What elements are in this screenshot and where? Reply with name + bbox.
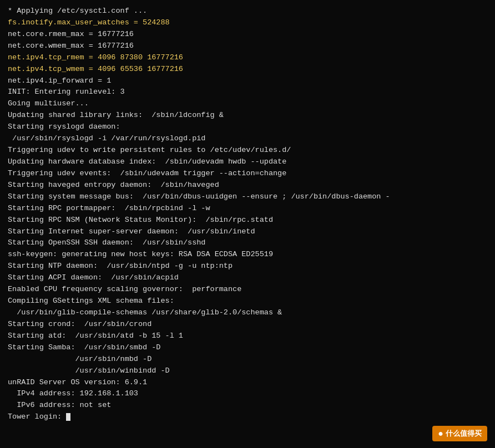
terminal-line: Starting crond: /usr/sbin/crond: [8, 319, 487, 330]
terminal-line: Enabled CPU frequency scaling governor: …: [8, 284, 487, 296]
terminal-line: Going multiuser...: [8, 98, 487, 110]
terminal-line: Starting atd: /usr/sbin/atd -b 15 -l 1: [8, 330, 487, 342]
terminal-line: Triggering udev to write persistent rule…: [8, 145, 487, 156]
terminal-line: Updating shared library links: /sbin/ldc…: [8, 110, 487, 121]
terminal-line: fs.inotify.max_user_watches = 524288: [8, 17, 487, 29]
terminal-line: Starting rsyslogd daemon:: [8, 121, 487, 133]
terminal-line: INIT: Entering runlevel: 3: [8, 86, 487, 98]
terminal-line: Starting ACPI daemon: /usr/sbin/acpid: [8, 272, 487, 284]
terminal-line: net.core.wmem_max = 16777216: [8, 40, 487, 52]
terminal-line: Starting system message bus: /usr/bin/db…: [8, 191, 487, 203]
terminal-line: net.ipv4.tcp_wmem = 4096 65536 16777216: [8, 64, 487, 75]
terminal-line: Starting RPC portmapper: /sbin/rpcbind -…: [8, 203, 487, 215]
terminal-line: Starting RPC NSM (Network Status Monitor…: [8, 215, 487, 226]
terminal-output: * Applying /etc/sysctl.conf ...fs.inotif…: [0, 0, 495, 448]
watermark: ● 什么值得买: [432, 426, 487, 441]
terminal-line: Starting OpenSSH SSH daemon: /usr/sbin/s…: [8, 237, 487, 249]
terminal-line: unRAID Server OS version: 6.9.1: [8, 377, 487, 389]
watermark-icon: ●: [438, 429, 443, 439]
terminal-line: net.core.rmem_max = 16777216: [8, 29, 487, 40]
terminal-line: Starting haveged entropy daemon: /sbin/h…: [8, 180, 487, 191]
terminal-line: Starting Samba: /usr/sbin/smbd -D: [8, 342, 487, 354]
terminal-line: /usr/bin/glib-compile-schemas /usr/share…: [8, 307, 487, 319]
terminal-screen: * Applying /etc/sysctl.conf ...fs.inotif…: [0, 0, 495, 448]
terminal-line: IPv4 address: 192.168.1.103: [8, 388, 487, 400]
terminal-line: net.ipv4.ip_forward = 1: [8, 75, 487, 87]
terminal-line: Starting NTP daemon: /usr/sbin/ntpd -g -…: [8, 261, 487, 272]
terminal-line: IPv6 address: not set: [8, 400, 487, 411]
terminal-line: /usr/sbin/nmbd -D: [8, 354, 487, 365]
terminal-cursor: [66, 413, 70, 421]
terminal-line: * Applying /etc/sysctl.conf ...: [8, 6, 487, 17]
terminal-line: Starting Internet super-server daemon: /…: [8, 226, 487, 238]
terminal-line: net.ipv4.tcp_rmem = 4096 87380 16777216: [8, 52, 487, 64]
terminal-line: /usr/sbin/rsyslogd -i /var/run/rsyslogd.…: [8, 133, 487, 145]
terminal-line: /usr/sbin/winbindd -D: [8, 365, 487, 377]
terminal-line: Tower login:: [8, 411, 487, 423]
terminal-line: Updating hardware database index: /sbin/…: [8, 156, 487, 168]
terminal-line: ssh-keygen: generating new host keys: RS…: [8, 249, 487, 261]
terminal-line: Compiling GSettings XML schema files:: [8, 296, 487, 307]
watermark-text: 什么值得买: [446, 429, 482, 439]
terminal-line: Triggering udev events: /sbin/udevadm tr…: [8, 168, 487, 180]
